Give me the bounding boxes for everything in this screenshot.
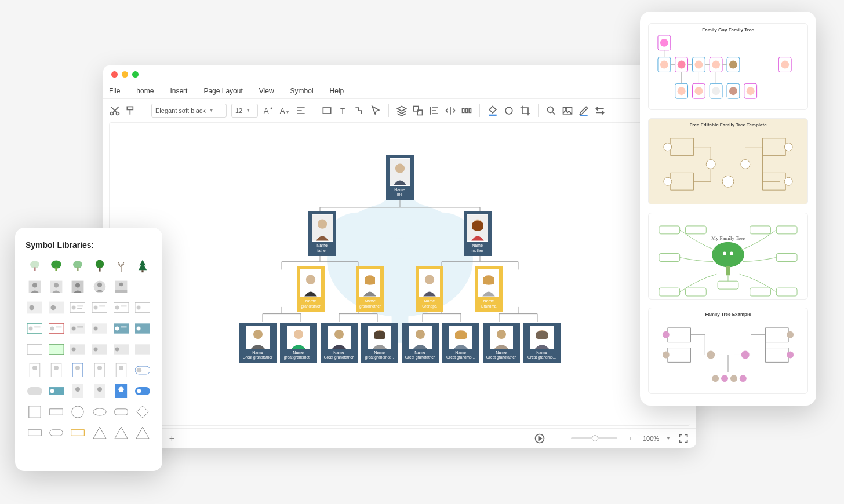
symbol-triangle[interactable] [90, 425, 108, 441]
symbol-avatar-square[interactable] [47, 279, 65, 295]
member-me[interactable]: Name me [386, 155, 414, 200]
symbol-circle[interactable] [69, 404, 87, 420]
symbol-card-blue-wide[interactable] [47, 383, 65, 399]
symbol-card-wide[interactable] [69, 300, 87, 316]
font-family-select[interactable]: Elegant soft black ▼ [151, 104, 227, 118]
member-father[interactable]: Name father [308, 211, 336, 256]
distribute-icon[interactable] [461, 105, 472, 116]
symbol-card-grey[interactable] [134, 341, 152, 357]
menu-view[interactable]: View [259, 87, 274, 95]
symbol-card-grey[interactable] [90, 341, 108, 357]
connector-icon[interactable] [354, 105, 365, 116]
symbol-rounded-rect[interactable] [112, 404, 130, 420]
member-grandparent[interactable]: Name grandfather [297, 266, 325, 312]
symbol-pill-grey[interactable] [26, 383, 43, 399]
text-tool-icon[interactable]: T [337, 105, 349, 116]
font-size-select[interactable]: 12 ▼ [231, 104, 258, 118]
member-grandparent[interactable]: Name Grandma [475, 266, 503, 312]
image-icon[interactable] [562, 105, 573, 116]
decrease-font-icon[interactable]: A▼ [279, 105, 290, 116]
symbol-avatar-square[interactable] [69, 279, 87, 295]
symbol-diamond[interactable] [134, 404, 152, 420]
symbol-card-wide[interactable] [112, 300, 130, 316]
symbol-card-wide[interactable] [134, 300, 152, 316]
menu-file[interactable]: File [109, 87, 120, 95]
member-grandparent[interactable]: Name Grandpa [416, 266, 443, 312]
symbol-avatar-square[interactable] [26, 279, 43, 295]
group-icon[interactable] [412, 105, 424, 116]
symbol-avatar-small[interactable] [47, 300, 65, 316]
symbol-square[interactable] [26, 404, 43, 420]
menu-page-layout[interactable]: Page Layout [203, 87, 242, 95]
symbol-triangle[interactable] [134, 425, 152, 441]
member-great-grandparent[interactable]: NameGreat grandfather [239, 323, 277, 363]
symbol-card-tall[interactable] [112, 362, 130, 378]
zoom-slider[interactable] [571, 437, 617, 439]
symbol-tree-green[interactable] [47, 258, 65, 274]
symbol-tree-bare[interactable] [112, 258, 130, 274]
layers-icon[interactable] [396, 105, 408, 116]
search-icon[interactable] [545, 105, 557, 116]
symbol-card-tall[interactable] [47, 362, 65, 378]
symbol-pine-tree[interactable] [134, 258, 152, 274]
symbol-card-pill[interactable] [134, 362, 152, 378]
symbol-tree-light[interactable] [26, 258, 43, 274]
symbol-pill[interactable] [47, 425, 65, 441]
template-family-tree-example[interactable]: Family Tree Example [648, 308, 808, 395]
align-left-objects-icon[interactable] [428, 105, 440, 116]
menu-home[interactable]: home [136, 87, 154, 95]
increase-font-icon[interactable]: A▲ [263, 105, 274, 116]
symbol-card-grey[interactable] [90, 320, 108, 337]
symbol-card-green[interactable] [47, 341, 65, 357]
format-painter-icon[interactable] [125, 105, 137, 116]
zoom-out-icon[interactable]: − [552, 433, 564, 444]
maximize-icon[interactable] [132, 71, 139, 78]
fill-color-icon[interactable] [487, 105, 499, 116]
fullscreen-icon[interactable] [678, 433, 689, 444]
symbol-card-grey[interactable] [69, 320, 87, 337]
zoom-in-icon[interactable]: + [624, 433, 636, 444]
flip-icon[interactable] [445, 105, 456, 116]
symbol-card-blue-fill[interactable] [112, 383, 130, 399]
symbol-avatar-round[interactable] [90, 279, 108, 295]
symbol-ellipse[interactable] [90, 404, 108, 420]
pen-icon[interactable] [578, 105, 590, 116]
add-page-button[interactable]: + [166, 433, 177, 444]
symbol-card-blue-fill[interactable] [134, 320, 152, 337]
symbol-card-grey[interactable] [112, 341, 130, 357]
symbol-avatar-small[interactable] [26, 300, 43, 316]
zoom-thumb[interactable] [592, 435, 598, 441]
crop-icon[interactable] [519, 105, 531, 116]
symbol-avatar-tiny[interactable] [69, 383, 87, 399]
shape-rect-icon[interactable] [321, 105, 333, 116]
cut-icon[interactable] [109, 105, 121, 116]
member-grandparent[interactable]: Name grandmother [356, 266, 384, 312]
menu-symbol[interactable]: Symbol [290, 87, 314, 95]
symbol-tree-full[interactable] [90, 258, 108, 274]
symbol-pill-blue[interactable] [134, 383, 152, 399]
close-icon[interactable] [111, 71, 118, 78]
play-icon[interactable] [534, 433, 545, 444]
symbol-card-tall-blue[interactable] [69, 362, 87, 378]
member-great-grandparent[interactable]: NameGreat grandfather [402, 323, 439, 363]
menu-insert[interactable]: Insert [170, 87, 187, 95]
member-great-grandparent[interactable]: NameGreat grandfather [483, 323, 520, 363]
align-icon[interactable] [295, 105, 307, 116]
member-great-grandparent[interactable]: NameGreat grandmo... [523, 323, 561, 363]
symbol-rectangle[interactable] [47, 404, 65, 420]
symbol-card-red[interactable] [47, 320, 65, 337]
menu-help[interactable]: Help [330, 87, 344, 95]
symbol-card-wide[interactable] [90, 300, 108, 316]
symbol-card-blue[interactable] [26, 320, 43, 337]
symbol-avatar-tiny[interactable] [90, 383, 108, 399]
member-great-grandparent[interactable]: Namegreat grandmot... [280, 323, 317, 363]
template-family-guy[interactable]: Family Guy Family Tree [648, 23, 808, 110]
member-great-grandparent[interactable]: NameGreat grandmo... [442, 323, 479, 363]
symbol-card-grey[interactable] [69, 341, 87, 357]
symbol-card-outline[interactable] [26, 341, 43, 357]
chevron-down-icon[interactable]: ▼ [666, 436, 671, 441]
shape-style-icon[interactable] [503, 105, 515, 116]
template-my-family-tree[interactable]: My Family Tree [648, 213, 808, 300]
symbol-rect-outline[interactable] [69, 425, 87, 441]
pointer-icon[interactable] [370, 105, 381, 116]
